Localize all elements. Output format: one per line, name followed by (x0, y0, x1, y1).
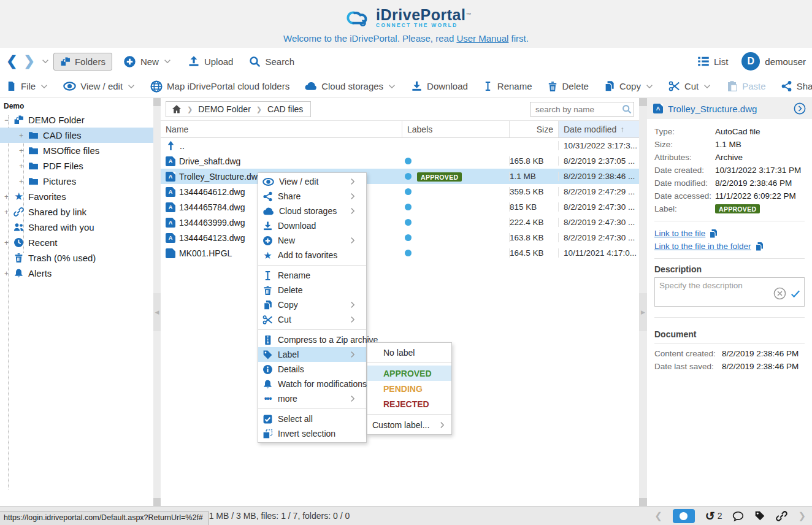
breadcrumb-cad-files[interactable]: CAD files (267, 104, 303, 114)
menu-item-share[interactable]: Share (258, 189, 366, 204)
submenu-item-rejected[interactable]: REJECTED (367, 396, 451, 412)
breadcrumb-demo-folder[interactable]: DEMO Folder (198, 104, 251, 114)
menu-item-view-edit[interactable]: View / edit (258, 174, 366, 189)
sidebar-item-shared-with-you[interactable]: Shared with you (0, 220, 153, 235)
paste-button[interactable]: Paste (726, 80, 765, 92)
comments-tab-button[interactable] (732, 510, 744, 522)
table-row-file[interactable]: A1344463999.dwg 222.4 KB 8/2/2019 2:47:3… (161, 215, 639, 230)
sidebar-item-recent[interactable]: + Recent (0, 235, 153, 250)
file-menu-button[interactable]: File (6, 81, 48, 91)
copy-icon[interactable] (754, 242, 764, 251)
open-details-circle-icon[interactable] (794, 102, 806, 115)
confirm-description-icon[interactable] (790, 288, 801, 299)
menu-item-details[interactable]: Details (258, 362, 366, 377)
link-to-file[interactable]: Link to the file (654, 227, 805, 240)
search-button[interactable]: Search (249, 56, 294, 67)
label-dot[interactable] (405, 188, 412, 195)
tree-expander[interactable]: + (19, 177, 28, 186)
rename-button[interactable]: Rename (483, 81, 532, 91)
map-cloud-folders-button[interactable]: Map iDrivePortal cloud folders (150, 80, 289, 93)
sidebar-item-shared-by-link[interactable]: + Shared by link (0, 204, 153, 220)
cloud-storages-button[interactable]: Cloud storages (304, 80, 396, 93)
panel-prev-icon[interactable]: ❮ (654, 510, 662, 521)
table-row-file-selected[interactable]: ATrolley_Structure.dwg APPROVED 1.1 MB 8… (161, 169, 639, 184)
sidebar-item-demo-folder[interactable]: − DEMO Folder (0, 112, 153, 128)
forward-button[interactable]: ❯ (23, 55, 34, 68)
new-button[interactable]: New (123, 55, 172, 68)
column-header-size[interactable]: Size (509, 121, 558, 137)
menu-item-invert-selection[interactable]: Invert selection (258, 426, 366, 441)
info-tab-button[interactable] (673, 509, 695, 523)
menu-item-copy[interactable]: Copy (258, 297, 366, 312)
search-input[interactable] (530, 102, 634, 117)
table-row-file[interactable]: A1344464612.dwg 359.5 KB 8/2/2019 2:47:2… (161, 184, 639, 199)
menu-item-label[interactable]: Label (258, 347, 366, 362)
menu-item-cloud-storages[interactable]: Cloud storages (258, 204, 366, 218)
labels-tab-button[interactable] (754, 510, 765, 521)
column-header-labels[interactable]: Labels (402, 121, 509, 137)
share-button[interactable]: Share (781, 80, 812, 92)
menu-item-download[interactable]: Download (258, 218, 366, 233)
menu-item-cut[interactable]: Cut (258, 312, 366, 327)
cut-button[interactable]: Cut (668, 80, 711, 92)
link-to-file-in-folder[interactable]: Link to the file in the folder (654, 240, 805, 253)
back-button[interactable]: ❮ (6, 55, 17, 68)
menu-item-more[interactable]: •••more (258, 391, 366, 406)
sidebar-item-favorites[interactable]: + ★ Favorites (0, 189, 153, 204)
delete-button[interactable]: Delete (547, 81, 589, 92)
submenu-item-custom-label[interactable]: Custom label... (367, 417, 451, 432)
column-header-name[interactable]: Name (161, 121, 402, 137)
clear-description-icon[interactable] (773, 287, 786, 300)
download-button[interactable]: Download (411, 80, 468, 92)
sidebar-item-pdf-files[interactable]: + PDF Files (0, 158, 153, 174)
sidebar-item-trash[interactable]: Trash (0% used) (0, 250, 153, 266)
search-icon[interactable] (622, 104, 632, 114)
tree-expander[interactable]: + (4, 269, 13, 278)
home-icon[interactable] (172, 104, 182, 114)
label-dot[interactable] (405, 219, 412, 226)
splitter-collapse-handle[interactable]: ▶ (639, 293, 647, 331)
view-edit-button[interactable]: View / edit (63, 80, 136, 93)
label-dot[interactable] (405, 158, 412, 164)
column-header-date-modified[interactable]: Date modified ↑ (558, 121, 639, 137)
menu-item-watch-modifications[interactable]: Watch for modifications (258, 377, 366, 391)
menu-item-new[interactable]: New (258, 233, 366, 248)
menu-item-add-to-favorites[interactable]: ★Add to favorites (258, 248, 366, 262)
history-dropdown-icon[interactable] (41, 57, 50, 66)
menu-item-rename[interactable]: Rename (258, 268, 366, 283)
copy-icon[interactable] (708, 229, 718, 239)
table-row-file[interactable]: A1344464123.dwg 163.8 KB 8/2/2019 2:47:3… (161, 230, 639, 245)
menu-item-select-all[interactable]: Select all (258, 412, 366, 426)
menu-item-delete[interactable]: Delete (258, 283, 366, 297)
tree-expander[interactable]: + (4, 193, 13, 201)
splitter-collapse-handle[interactable]: ◀ (153, 293, 161, 331)
history-tab-button[interactable]: ↺2 (705, 510, 722, 522)
tree-expander[interactable]: + (4, 208, 13, 217)
user-manual-link[interactable]: User Manual (456, 33, 508, 44)
list-view-button[interactable]: List (697, 55, 728, 67)
submenu-item-no-label[interactable]: No label (367, 345, 451, 360)
table-row-file[interactable]: ADrive_shaft.dwg 165.8 KB 8/2/2019 2:37:… (161, 153, 639, 169)
folders-button[interactable]: Folders (53, 53, 112, 71)
table-row-file[interactable]: MK001.HPGL 164.5 KB 10/11/2021 4:17:0... (161, 245, 639, 261)
copy-button[interactable]: Copy (603, 80, 654, 92)
label-dot[interactable] (405, 204, 412, 210)
tree-expander[interactable]: + (19, 162, 28, 171)
label-dot[interactable] (405, 173, 412, 180)
table-row-file[interactable]: A1344465784.dwg 815 KB 8/2/2019 2:47:30 … (161, 199, 639, 215)
upload-button[interactable]: Upload (188, 55, 234, 67)
sidebar-item-pictures[interactable]: + Pictures (0, 174, 153, 189)
submenu-item-approved[interactable]: APPROVED (367, 366, 451, 381)
tree-expander[interactable]: + (19, 131, 28, 140)
label-dot[interactable] (405, 250, 412, 256)
tree-expander[interactable]: + (19, 147, 28, 155)
sidebar-item-msoffice-files[interactable]: + MSOffice files (0, 143, 153, 158)
user-menu[interactable]: D demouser (741, 52, 806, 71)
submenu-item-pending[interactable]: PENDING (367, 381, 451, 396)
tree-expander[interactable]: + (4, 239, 13, 247)
links-tab-button[interactable] (776, 510, 787, 522)
panel-next-icon[interactable]: ❯ (798, 510, 806, 521)
sidebar-item-cad-files[interactable]: + CAD files (0, 128, 153, 143)
label-dot[interactable] (405, 234, 412, 241)
tree-expander[interactable]: − (4, 116, 13, 125)
